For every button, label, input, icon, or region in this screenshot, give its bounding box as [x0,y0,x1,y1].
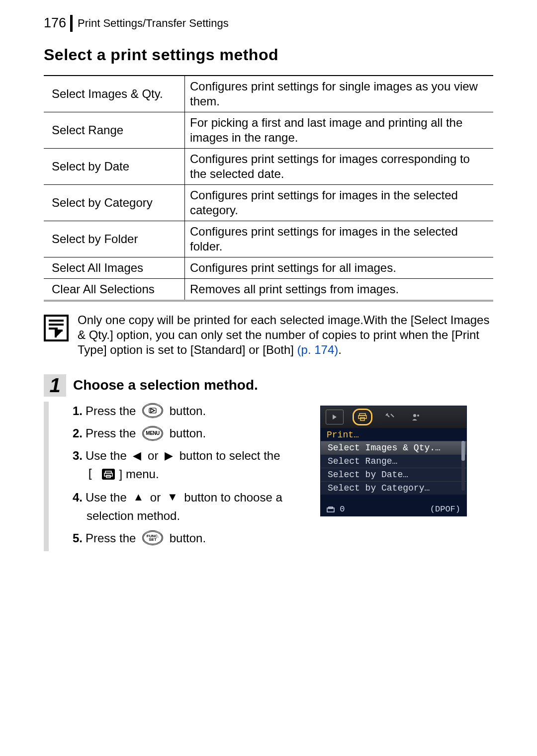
instruction-2: 2. Press the MENU button. [73,424,311,442]
playback-button-icon [142,403,163,418]
method-name: Select by Date [44,149,185,184]
ins-text: Use the [86,446,130,465]
svg-point-13 [413,414,416,417]
page-reference-link[interactable]: (p. 174) [297,343,339,356]
table-row: Select Images & Qty. Configures print se… [44,76,493,112]
methods-table: Select Images & Qty. Configures print se… [44,75,493,302]
note-callout: Only one copy will be printed for each s… [44,313,493,357]
note-body: Only one copy will be printed for each s… [78,313,489,356]
step-number: 1 [44,374,66,397]
svg-rect-7 [104,473,112,476]
ins-text: Press the [86,402,139,420]
camera-menu-item: Select by Category… [321,481,466,495]
manual-page: 176 Print Settings/Transfer Settings Sel… [0,0,537,756]
ins-text: or [144,446,162,465]
print-menu-tab-icon [102,469,115,480]
camera-tab-tools-icon [381,410,398,424]
svg-marker-9 [333,415,337,420]
svg-rect-12 [360,418,364,420]
method-desc: Configures print settings for images cor… [185,149,493,184]
camera-scrollbar-thumb [461,441,465,461]
page-title: Select a print settings method [44,46,493,64]
func-set-button-icon: FUNC. SET [142,530,163,545]
method-desc: Configures print settings for images in … [185,221,493,257]
table-row: Select by Folder Configures print settin… [44,221,493,257]
func-label-bottom: SET [149,538,157,541]
method-desc: For picking a first and last image and p… [185,112,493,148]
menu-button-icon: MENU [142,426,163,441]
ins-text: button. [166,402,206,420]
up-arrow-icon: ▲ [133,489,144,505]
note-tail: . [338,343,342,356]
page-header: 176 Print Settings/Transfer Settings [44,15,493,32]
step-header: 1 Choose a selection method. [44,374,493,397]
camera-tab-bar [321,406,466,428]
ins-text-cont: selection method. [87,506,180,525]
ins-text: button to choose a [181,488,282,506]
method-name: Select Range [44,112,185,148]
method-name: Select by Folder [44,221,185,257]
ins-text: ] menu. [119,467,159,481]
table-row: Select All Images Configures print setti… [44,257,493,279]
ins-number: 4. [73,488,83,506]
ins-text: Press the [86,529,139,547]
camera-menu-item: Select Range… [321,454,466,468]
method-name: Clear All Selections [44,279,185,300]
method-name: Select All Images [44,257,185,278]
ins-number: 5. [73,529,83,547]
camera-tab-play-icon [326,410,344,424]
camera-tab-user-icon [407,410,424,424]
instruction-4: 4. Use the ▲ or ▼ button to choose a sel… [73,488,311,525]
instruction-list: 1. Press the button. 2. Press the MENU b… [73,402,311,551]
ins-text: Use the [86,488,130,506]
ins-number: 1. [73,402,83,420]
camera-menu-title: Print… [321,428,466,441]
camera-footer-right: (DPOF) [430,504,460,514]
step-block: 1 Choose a selection method. 1. Press th… [44,374,493,551]
camera-footer-left: 0 [327,504,345,514]
method-name: Select by Category [44,185,185,221]
camera-menu-list: Select Images & Qty.… Select Range… Sele… [321,441,466,495]
note-text: Only one copy will be printed for each s… [78,313,493,357]
step-title: Choose a selection method. [66,374,258,397]
table-row: Clear All Selections Removes all print s… [44,279,493,300]
bracket-open: [ [87,467,101,481]
table-row: Select by Category Configures print sett… [44,185,493,221]
svg-point-14 [417,415,419,417]
camera-menu-item: Select by Date… [321,468,466,481]
camera-scrollbar [461,441,465,491]
instruction-3: 3. Use the ◀ or ▶ button to select the [… [73,446,311,484]
camera-tab-print-icon [353,409,372,425]
page-number: 176 [44,15,73,32]
camera-footer: 0 (DPOF) [321,503,466,516]
method-name: Select Images & Qty. [44,76,185,112]
table-row: Select by Date Configures print settings… [44,149,493,185]
ins-text-cont: [ ] menu. [87,465,159,484]
method-desc: Configures print settings for single ima… [185,76,493,112]
left-arrow-icon: ◀ [133,447,141,464]
svg-marker-3 [56,331,63,337]
camera-screenshot: Print… Select Images & Qty.… Select Rang… [320,406,467,516]
ins-number: 3. [73,446,83,465]
ins-text: button. [166,424,206,442]
ins-number: 2. [73,424,83,442]
camera-footer-count: 0 [340,504,345,514]
step-body: 1. Press the button. 2. Press the MENU b… [44,402,493,551]
down-arrow-icon: ▼ [167,489,178,505]
ins-text: button to select the [176,446,280,465]
right-arrow-icon: ▶ [165,447,173,464]
method-desc: Removes all print settings from images. [185,279,493,300]
instruction-1: 1. Press the button. [73,402,311,420]
method-desc: Configures print settings for all images… [185,257,493,278]
svg-rect-11 [358,416,366,419]
ins-text: or [147,488,164,506]
method-desc: Configures print settings for images in … [185,185,493,221]
svg-marker-4 [151,409,155,413]
instruction-5: 5. Press the FUNC. SET button. [73,529,311,547]
table-row: Select Range For picking a first and las… [44,112,493,149]
section-title: Print Settings/Transfer Settings [73,17,229,30]
camera-menu-item-selected: Select Images & Qty.… [321,441,466,454]
note-icon [44,315,69,341]
ins-text: button. [166,529,206,547]
ins-text: Press the [86,424,139,442]
